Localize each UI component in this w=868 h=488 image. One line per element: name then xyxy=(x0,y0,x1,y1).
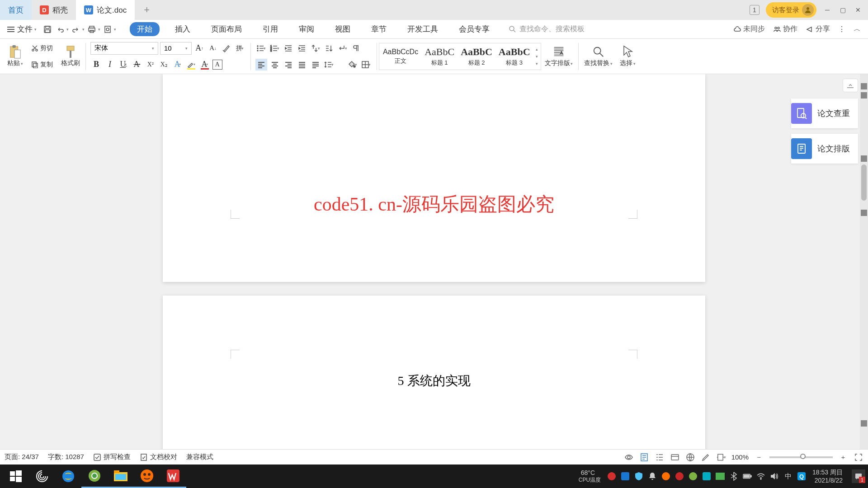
tab-document[interactable]: W论文.doc xyxy=(76,0,135,20)
scrollbar-thumb[interactable] xyxy=(861,164,867,201)
zoom-slider[interactable] xyxy=(769,456,833,458)
tab-daoke[interactable]: D稻壳 xyxy=(32,0,76,20)
tray-ime-indicator[interactable]: 中 xyxy=(783,472,793,481)
tab-insert[interactable]: 插入 xyxy=(170,22,196,36)
thesis-check-button[interactable]: 论文查重 xyxy=(791,99,858,128)
tray-bell-icon[interactable] xyxy=(648,472,657,481)
align-justify-button[interactable] xyxy=(296,59,308,70)
tray-teal-icon[interactable] xyxy=(702,472,711,481)
shading-button[interactable]: ▾ xyxy=(347,59,359,70)
tab-reference[interactable]: 引用 xyxy=(257,22,283,36)
page-indicator[interactable]: 页面: 24/37 xyxy=(5,453,39,461)
phonetic-button[interactable]: 拼▾ xyxy=(234,42,246,54)
superscript-button[interactable]: X² xyxy=(145,59,156,70)
select-button[interactable]: 选择 ▾ xyxy=(616,46,639,67)
reading-mode-icon[interactable] xyxy=(624,452,634,462)
border-button[interactable]: ▾ xyxy=(360,59,372,70)
line-break-button[interactable]: ▾ xyxy=(337,42,349,54)
tray-blue-icon[interactable] xyxy=(621,472,630,481)
asian-layout-button[interactable]: ▾ xyxy=(310,42,321,54)
increase-indent-button[interactable] xyxy=(296,42,308,54)
tab-chapter[interactable]: 章节 xyxy=(366,22,392,36)
show-marks-button[interactable] xyxy=(350,42,362,54)
settings-icon[interactable]: ⋮ xyxy=(838,25,845,33)
font-color-button[interactable]: A▾ xyxy=(199,59,211,70)
tray-orange-icon[interactable] xyxy=(661,472,670,481)
tray-battery-icon[interactable] xyxy=(743,472,752,481)
italic-button[interactable]: I xyxy=(104,59,116,70)
taskbar-app-browser[interactable] xyxy=(81,465,108,488)
tab-start[interactable]: 开始 xyxy=(130,22,160,36)
decrease-font-button[interactable]: A↓ xyxy=(207,42,219,54)
word-count[interactable]: 字数: 10287 xyxy=(48,453,84,461)
tray-wifi-icon[interactable] xyxy=(756,472,765,481)
collab-button[interactable]: 协作 xyxy=(773,24,797,34)
tray-volume-icon[interactable] xyxy=(770,472,779,481)
vertical-scrollbar[interactable] xyxy=(860,74,868,449)
zoom-slider-thumb[interactable] xyxy=(800,454,806,459)
taskbar-app-wps[interactable] xyxy=(160,465,186,488)
tray-red-icon[interactable] xyxy=(607,472,616,481)
numbered-list-button[interactable]: 123▾ xyxy=(269,42,281,54)
clear-format-button[interactable] xyxy=(221,42,232,54)
fullscreen-button[interactable] xyxy=(854,452,863,462)
find-replace-button[interactable]: 查找替换 ▾ xyxy=(580,46,616,67)
web-view-icon[interactable] xyxy=(670,452,680,462)
tab-review[interactable]: 审阅 xyxy=(293,22,320,36)
style-heading2[interactable]: AaBbC标题 2 xyxy=(458,44,495,69)
tray-q-icon[interactable]: Q xyxy=(797,472,806,481)
cut-button[interactable]: 剪切 xyxy=(29,43,55,53)
font-family-select[interactable]: 宋体▾ xyxy=(90,42,158,55)
bullet-list-button[interactable]: ▾ xyxy=(255,42,267,54)
share-button[interactable]: 分享 xyxy=(806,24,830,34)
align-right-button[interactable] xyxy=(283,59,294,70)
notifications-button[interactable]: 1 xyxy=(852,469,865,483)
globe-icon[interactable] xyxy=(685,452,695,462)
preview-dropdown[interactable]: ▾ xyxy=(114,27,116,32)
preview-button[interactable] xyxy=(102,24,113,35)
line-spacing-button[interactable]: ▾ xyxy=(323,59,335,70)
zoom-out-button[interactable]: − xyxy=(754,452,764,462)
font-size-select[interactable]: 10▾ xyxy=(160,42,192,55)
paste-button[interactable]: 粘贴 ▾ xyxy=(4,46,27,67)
style-heading1[interactable]: AaBbC标题 1 xyxy=(422,44,457,69)
command-search[interactable]: 查找命令、搜索模板 xyxy=(509,24,733,34)
fit-width-icon[interactable]: ▾ xyxy=(716,452,726,462)
file-menu[interactable]: 文件▾ xyxy=(4,24,40,34)
tray-nvidia-icon[interactable] xyxy=(716,472,725,481)
align-left-button[interactable] xyxy=(255,59,267,70)
redo-button[interactable] xyxy=(71,24,81,35)
print-button[interactable] xyxy=(86,24,97,35)
tab-home[interactable]: 首页 xyxy=(0,0,32,20)
undo-button[interactable] xyxy=(55,24,66,35)
decrease-indent-button[interactable] xyxy=(283,42,294,54)
start-button[interactable] xyxy=(3,465,29,488)
text-layout-button[interactable]: A 文字排版 ▾ xyxy=(541,46,577,67)
document-area[interactable]: code51. cn-源码乐园盗图必究 5 系统的实现 论文查重 论文排版 xyxy=(0,74,868,449)
thesis-layout-button[interactable]: 论文排版 xyxy=(791,134,858,164)
new-tab-button[interactable]: + xyxy=(135,4,159,16)
minimize-button[interactable]: ─ xyxy=(823,5,832,14)
distribute-button[interactable] xyxy=(310,59,321,70)
align-center-button[interactable] xyxy=(269,59,281,70)
cpu-temp-widget[interactable]: 68°C CPU温度 xyxy=(579,469,601,484)
tray-green-icon[interactable] xyxy=(689,472,698,481)
tab-devtools[interactable]: 开发工具 xyxy=(402,22,443,36)
outline-view-icon[interactable] xyxy=(655,452,665,462)
edit-mode-icon[interactable] xyxy=(701,452,711,462)
print-dropdown[interactable]: ▾ xyxy=(98,27,100,32)
tab-view[interactable]: 视图 xyxy=(330,22,356,36)
text-effect-button[interactable]: A▾ xyxy=(172,59,184,70)
sync-status[interactable]: 未同步 xyxy=(733,24,765,34)
taskbar-clock[interactable]: 18:53 周日 2021/8/22 xyxy=(808,468,847,484)
window-count-indicator[interactable]: 1 xyxy=(750,5,760,15)
taskbar-app-ie[interactable] xyxy=(55,465,81,488)
format-painter-button[interactable]: 格式刷 xyxy=(57,46,84,67)
tray-red2-icon[interactable] xyxy=(675,472,684,481)
undo-dropdown[interactable]: ▾ xyxy=(66,27,69,32)
char-border-button[interactable]: A xyxy=(212,60,222,70)
document-check[interactable]: 文档校对 xyxy=(140,453,177,461)
page-view-icon[interactable] xyxy=(639,452,649,462)
taskbar-app-orange[interactable] xyxy=(134,465,160,488)
strikethrough-button[interactable]: A▾ xyxy=(131,59,143,70)
